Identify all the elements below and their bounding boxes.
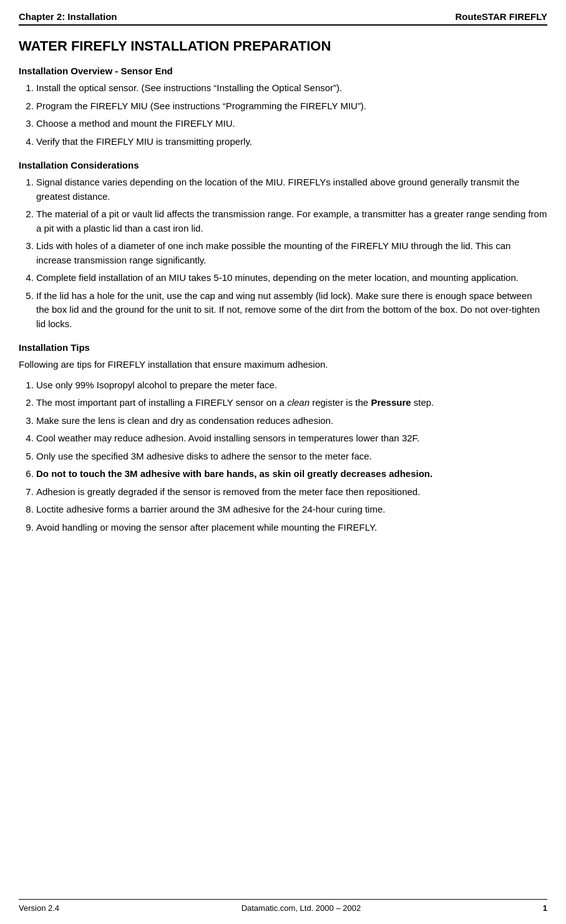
page-footer: Version 2.4 Datamatic.com, Ltd. 2000 – 2… [19,899,547,913]
section-considerations-heading: Installation Considerations [19,160,547,170]
list-item: Only use the specified 3M adhesive disks… [36,450,547,464]
considerations-list: Signal distance varies depending on the … [36,175,547,331]
section-overview: Installation Overview - Sensor End Insta… [19,66,547,149]
section-considerations: Installation Considerations Signal dista… [19,160,547,331]
page-header: Chapter 2: Installation RouteSTAR FIREFL… [19,11,547,26]
section-tips-heading: Installation Tips [19,342,547,353]
list-item: Loctite adhesive forms a barrier around … [36,503,547,517]
list-item: Signal distance varies depending on the … [36,175,547,204]
list-item: Use only 99% Isopropyl alcohol to prepar… [36,378,547,393]
list-item: Install the optical sensor. (See instruc… [36,81,547,96]
list-item: Lids with holes of a diameter of one inc… [36,239,547,267]
list-item: Do not to touch the 3M adhesive with bar… [36,467,547,481]
bold-pressure: Pressure [371,397,411,408]
list-item: The most important part of installing a … [36,396,547,410]
list-item: Cool weather may reduce adhesion. Avoid … [36,431,547,446]
italic-clean: clean [287,397,310,408]
section-tips: Installation Tips Following are tips for… [19,342,547,534]
tips-list: Use only 99% Isopropyl alcohol to prepar… [36,378,547,535]
footer-page-number: 1 [543,903,547,913]
footer-company: Datamatic.com, Ltd. 2000 – 2002 [59,903,543,913]
list-item: Complete field installation of an MIU ta… [36,271,547,285]
page-title: WATER FIREFLY INSTALLATION PREPARATION [19,38,547,54]
overview-list: Install the optical sensor. (See instruc… [36,81,547,149]
page: Chapter 2: Installation RouteSTAR FIREFL… [0,0,566,924]
tips-intro: Following are tips for FIREFLY installat… [19,358,547,372]
list-item: If the lid has a hole for the unit, use … [36,289,547,332]
list-item: Program the FIREFLY MIU (See instruction… [36,99,547,114]
list-item: The material of a pit or vault lid affec… [36,207,547,235]
list-item: Choose a method and mount the FIREFLY MI… [36,117,547,131]
footer-version: Version 2.4 [19,903,59,913]
list-item: Avoid handling or moving the sensor afte… [36,521,547,535]
section-overview-heading: Installation Overview - Sensor End [19,66,547,76]
header-product: RouteSTAR FIREFLY [455,11,547,22]
list-item: Verify that the FIREFLY MIU is transmitt… [36,135,547,149]
list-item: Make sure the lens is clean and dry as c… [36,414,547,428]
header-chapter: Chapter 2: Installation [19,11,117,22]
list-item: Adhesion is greatly degraded if the sens… [36,485,547,499]
bold-adhesive-warning: Do not to touch the 3M adhesive with bar… [36,468,432,479]
